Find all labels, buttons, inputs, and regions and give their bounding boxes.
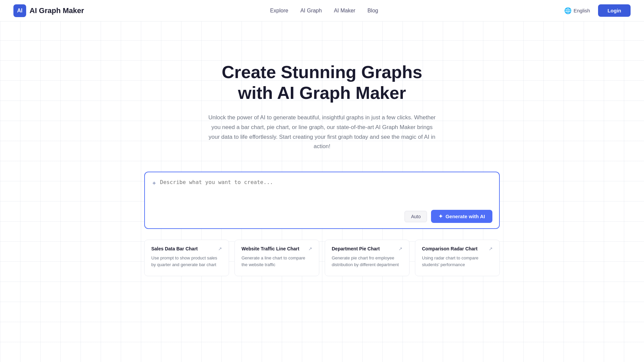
nav-explore[interactable]: Explore [270,8,288,14]
example-card-2[interactable]: Department Pie Chart ↗ Generate pie char… [325,240,410,276]
card-3-header: Comparison Radar Chart ↗ [422,246,493,251]
cards-container: Sales Data Bar Chart ↗ Use prompt to sho… [144,240,500,276]
auto-button[interactable]: Auto [405,211,427,222]
card-3-arrow-icon: ↗ [489,246,493,251]
sparkle-icon: ✦ [152,180,157,187]
language-label: English [574,8,590,13]
card-1-header: Website Traffic Line Chart ↗ [241,246,312,251]
card-0-description: Use prompt to show product sales by quar… [151,255,222,268]
header-right: 🌐 English Login [564,4,631,17]
card-2-title: Department Pie Chart [332,246,380,251]
prompt-container: ✦ Auto ✦ Generate with AI [144,172,500,229]
example-card-1[interactable]: Website Traffic Line Chart ↗ Generate a … [234,240,319,276]
hero-title: Create Stunning Graphs with AI Graph Mak… [222,62,422,104]
logo-icon: AI [13,4,26,17]
card-2-arrow-icon: ↗ [398,246,402,251]
nav-ai-maker[interactable]: AI Maker [334,8,355,14]
card-1-description: Generate a line chart to compare the web… [241,255,312,268]
hero-description: Unlock the power of AI to generate beaut… [208,113,436,152]
card-3-description: Using radar chart to compare students' p… [422,255,493,268]
card-2-header: Department Pie Chart ↗ [332,246,402,251]
example-card-3[interactable]: Comparison Radar Chart ↗ Using radar cha… [415,240,500,276]
generate-button[interactable]: ✦ Generate with AI [431,210,492,223]
generate-label: Generate with AI [445,214,485,219]
nav-blog[interactable]: Blog [367,8,378,14]
card-2-description: Generate pie chart fro employee distribu… [332,255,402,268]
header: AI AI Graph Maker Explore AI Graph AI Ma… [0,0,644,21]
prompt-input-area: ✦ [152,179,492,206]
card-1-title: Website Traffic Line Chart [241,246,299,251]
prompt-footer: Auto ✦ Generate with AI [152,210,492,223]
example-card-0[interactable]: Sales Data Bar Chart ↗ Use prompt to sho… [144,240,229,276]
globe-icon: 🌐 [564,7,572,14]
main-content: Create Stunning Graphs with AI Graph Mak… [0,0,644,276]
card-0-header: Sales Data Bar Chart ↗ [151,246,222,251]
hero-section: Create Stunning Graphs with AI Graph Mak… [195,21,449,172]
logo[interactable]: AI AI Graph Maker [13,4,84,17]
prompt-input[interactable] [160,179,492,199]
generate-sparkle-icon: ✦ [438,213,443,220]
login-button[interactable]: Login [598,4,631,17]
logo-text: AI Graph Maker [30,6,84,15]
language-selector[interactable]: 🌐 English [564,7,590,14]
card-1-arrow-icon: ↗ [308,246,312,251]
main-nav: Explore AI Graph AI Maker Blog [270,8,378,14]
card-3-title: Comparison Radar Chart [422,246,478,251]
card-0-arrow-icon: ↗ [218,246,222,251]
nav-ai-graph[interactable]: AI Graph [300,8,322,14]
card-0-title: Sales Data Bar Chart [151,246,198,251]
